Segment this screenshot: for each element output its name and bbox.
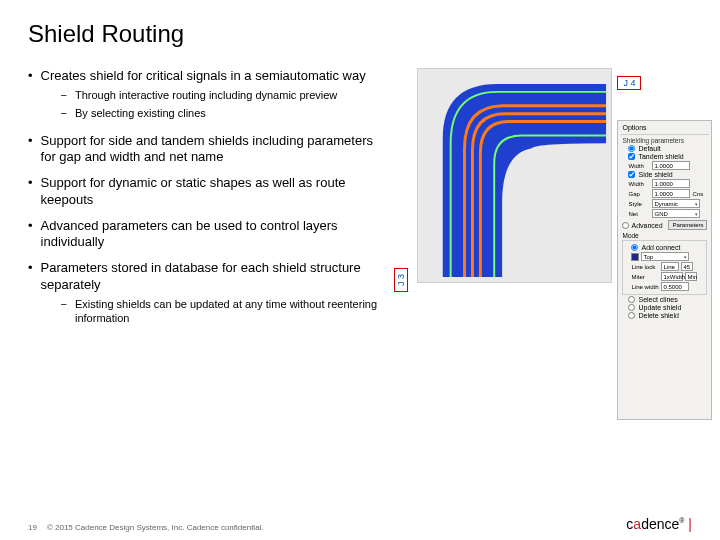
bullet-list: Creates shield for critical signals in a… (28, 68, 382, 328)
tandem-width-input[interactable]: 1.0000 (652, 161, 690, 170)
figure-column: J 4 J 3 Options Shielding parameters Def… (382, 68, 692, 338)
deleteshield-label: Delete shield (638, 312, 678, 319)
bullet-5-text: Parameters stored in database for each s… (41, 260, 361, 291)
updateshield-radio[interactable] (628, 304, 635, 311)
side-width-field: Width 1.0000 (628, 179, 709, 188)
side-width-input[interactable]: 1.0000 (652, 179, 690, 188)
addconnect-row: Add connect (631, 244, 706, 251)
bullet-1-sub-1: Through interactive routing including dy… (61, 88, 383, 102)
layer-select[interactable]: Top (641, 252, 689, 261)
side-checkbox[interactable] (628, 171, 635, 178)
style-field: Style Dynamic Shape (628, 199, 709, 208)
layer-field: Top (631, 252, 706, 261)
bullet-4: Advanced parameters can be used to contr… (28, 218, 382, 251)
selectclines-radio[interactable] (628, 296, 635, 303)
page-number: 19 (28, 523, 37, 532)
selectclines-row: Select clines (628, 296, 709, 303)
net-select[interactable]: GND (652, 209, 700, 218)
bullet-5: Parameters stored in database for each s… (28, 260, 382, 328)
copyright: © 2015 Cadence Design Systems, Inc. Cade… (47, 523, 264, 532)
options-panel: Options Shielding parameters Default Tan… (617, 120, 712, 420)
footer-left: 19 © 2015 Cadence Design Systems, Inc. C… (28, 523, 264, 532)
bullet-1-sub: Through interactive routing including dy… (61, 88, 383, 120)
routing-svg (418, 69, 611, 282)
style-select[interactable]: Dynamic Shape (652, 199, 700, 208)
linelock-field: Line lock Line 45 (631, 262, 706, 271)
cadence-logo: cadence® | (626, 516, 692, 532)
connector-label-j4: J 4 (617, 76, 641, 90)
param-button-row: Advanced Parameters (622, 220, 707, 230)
tandem-check-row: Tandem shield (628, 153, 709, 160)
slide: Shield Routing Creates shield for critic… (0, 0, 720, 540)
bullet-5-sub: Existing shields can be updated at any t… (61, 297, 383, 326)
deleteshield-row: Delete shield (628, 312, 709, 319)
tandem-width-field: Width 1.0000 (628, 161, 709, 170)
bullet-5-sub-1: Existing shields can be updated at any t… (61, 297, 383, 326)
updateshield-row: Update shield (628, 304, 709, 311)
gap-field: Gap 1.0000 Cns (628, 189, 709, 198)
bullet-2: Support for side and tandem shields incl… (28, 133, 382, 166)
linewidth-input[interactable]: 0.5000 (661, 282, 689, 291)
slide-title: Shield Routing (28, 20, 692, 48)
advanced-label: Advanced (631, 222, 662, 229)
bullet-3: Support for dynamic or static shapes as … (28, 175, 382, 208)
connector-label-j3: J 3 (394, 268, 408, 292)
shielding-params-label: Shielding parameters (622, 137, 709, 144)
default-radio-row: Default (628, 145, 709, 152)
mode-box: Add connect Top Line lock Line 45 Miter … (622, 240, 707, 295)
footer: 19 © 2015 Cadence Design Systems, Inc. C… (28, 516, 692, 532)
side-check-row: Side shield (628, 171, 709, 178)
advanced-radio[interactable] (622, 222, 629, 229)
routing-diagram (417, 68, 612, 283)
side-label: Side shield (638, 171, 672, 178)
miter-input[interactable]: 1xWidth (661, 272, 683, 281)
bullet-1-text: Creates shield for critical signals in a… (41, 68, 366, 83)
bullet-1: Creates shield for critical signals in a… (28, 68, 382, 123)
miter-min[interactable]: Min (685, 272, 697, 281)
addconnect-label: Add connect (641, 244, 680, 251)
bullet-1-sub-2: By selecting existing clines (61, 106, 383, 120)
selectclines-label: Select clines (638, 296, 677, 303)
content-row: Creates shield for critical signals in a… (28, 68, 692, 338)
parameters-button[interactable]: Parameters (668, 220, 707, 230)
cns-label: Cns (692, 191, 703, 197)
addconnect-radio[interactable] (631, 244, 638, 251)
linewidth-field: Line width 0.5000 (631, 282, 706, 291)
gap-input[interactable]: 1.0000 (652, 189, 690, 198)
default-label: Default (638, 145, 660, 152)
miter-field: Miter 1xWidth Min (631, 272, 706, 281)
deleteshield-radio[interactable] (628, 312, 635, 319)
bullet-column: Creates shield for critical signals in a… (28, 68, 382, 338)
linelock-angle[interactable]: 45 (681, 262, 693, 271)
layer-swatch (631, 253, 639, 261)
default-radio[interactable] (628, 145, 635, 152)
panel-header: Options (620, 123, 709, 135)
linelock-type[interactable]: Line (661, 262, 679, 271)
net-field: Net GND (628, 209, 709, 218)
mode-label: Mode (622, 232, 707, 239)
tandem-label: Tandem shield (638, 153, 683, 160)
logo-a-red: a (633, 516, 641, 532)
updateshield-label: Update shield (638, 304, 681, 311)
tandem-checkbox[interactable] (628, 153, 635, 160)
